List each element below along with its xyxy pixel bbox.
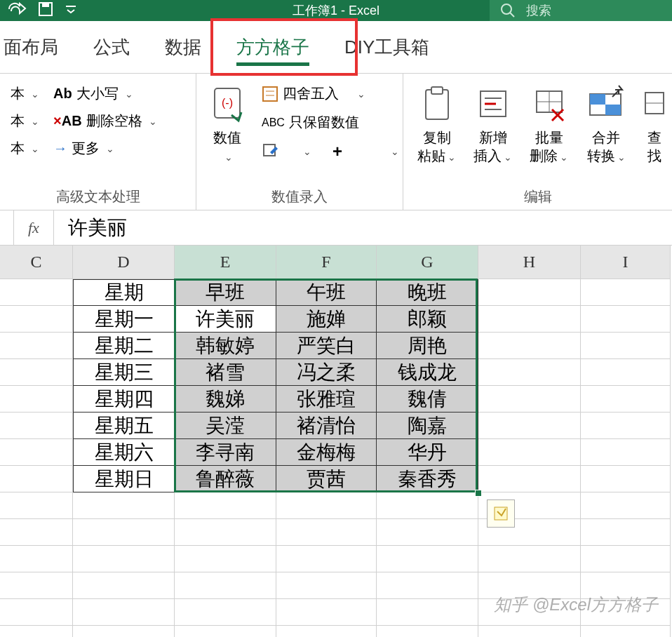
cell[interactable] <box>377 519 478 546</box>
cell[interactable] <box>0 306 73 333</box>
cell[interactable]: 午班 <box>276 279 377 306</box>
col-header-c[interactable]: C <box>0 246 73 279</box>
cell[interactable]: 秦香秀 <box>377 466 478 492</box>
find-button[interactable]: 查找 <box>637 81 665 168</box>
tab-formula[interactable]: 公式 <box>76 21 147 73</box>
cell[interactable] <box>0 546 73 572</box>
undo-icon[interactable] <box>7 2 27 19</box>
cell[interactable]: 星期日 <box>73 466 175 492</box>
col-header-e[interactable]: E <box>175 246 276 279</box>
cell[interactable] <box>478 359 581 386</box>
cell[interactable] <box>478 466 581 492</box>
cell[interactable] <box>581 333 671 359</box>
cell[interactable] <box>73 572 175 599</box>
fx-label[interactable]: fx <box>14 219 53 237</box>
cell[interactable] <box>0 572 73 599</box>
cell[interactable]: 星期一 <box>73 306 175 333</box>
cell[interactable] <box>377 546 478 572</box>
cell[interactable]: 陶嘉 <box>377 413 478 439</box>
cell[interactable] <box>73 599 175 626</box>
spreadsheet-grid[interactable]: C D E F G H I 星期早班午班晚班星期一许美丽施婵郎颖星期二韩敏婷严笑… <box>0 246 672 637</box>
cell[interactable] <box>0 386 73 413</box>
cell[interactable] <box>581 413 671 439</box>
cell[interactable] <box>478 279 581 306</box>
paste-options-icon[interactable] <box>487 499 515 528</box>
cell[interactable] <box>276 626 377 637</box>
copy-paste-button[interactable]: 复制粘贴⌄ <box>410 81 463 168</box>
cell[interactable] <box>478 626 581 637</box>
cell[interactable]: 钱成龙 <box>377 359 478 386</box>
cell[interactable] <box>0 279 73 306</box>
cell[interactable] <box>0 626 73 637</box>
case-button[interactable]: Ab 大小写⌄ <box>53 84 157 103</box>
cell[interactable] <box>377 626 478 637</box>
cell[interactable]: 星期 <box>73 279 175 306</box>
cell[interactable] <box>581 359 671 386</box>
cell[interactable] <box>0 492 73 519</box>
more-button[interactable]: → 更多⌄ <box>53 139 157 158</box>
cell[interactable] <box>276 546 377 572</box>
keep-numeric-button[interactable]: ABC 只保留数值 <box>262 113 399 132</box>
insert-button[interactable]: 新增插入⌄ <box>466 81 519 168</box>
cell[interactable] <box>276 572 377 599</box>
cell[interactable] <box>276 599 377 626</box>
tab-ffgz[interactable]: 方方格子 <box>219 21 327 73</box>
cell[interactable] <box>581 492 671 519</box>
cell[interactable]: 褚清怡 <box>276 413 377 439</box>
cell[interactable]: 华丹 <box>377 439 478 466</box>
cell[interactable]: 周艳 <box>377 333 478 359</box>
cell[interactable] <box>0 466 73 492</box>
numeric-button[interactable]: (-) 数值⌄ <box>203 81 251 168</box>
trim-spaces-button[interactable]: ×AB 删除空格⌄ <box>53 112 157 130</box>
col-header-d[interactable]: D <box>73 246 175 279</box>
cell[interactable]: 许美丽 <box>175 306 276 333</box>
tab-diy-toolbox[interactable]: DIY工具箱 <box>327 21 447 73</box>
cell[interactable] <box>0 413 73 439</box>
cell[interactable] <box>73 626 175 637</box>
cell[interactable]: 施婵 <box>276 306 377 333</box>
text-btn-2[interactable]: 本⌄ <box>11 112 39 130</box>
batch-delete-button[interactable]: 批量删除⌄ <box>523 81 575 168</box>
search-box[interactable]: 搜索 <box>490 0 672 21</box>
cell[interactable]: 贾茜 <box>276 466 377 492</box>
cell[interactable] <box>478 546 581 572</box>
cell[interactable] <box>478 439 581 466</box>
cell[interactable]: 冯之柔 <box>276 359 377 386</box>
cell[interactable] <box>581 279 671 306</box>
cell[interactable]: 李寻南 <box>175 439 276 466</box>
cell[interactable]: 魏倩 <box>377 386 478 413</box>
text-btn-1[interactable]: 本⌄ <box>11 84 39 103</box>
cell[interactable] <box>581 519 671 546</box>
cell[interactable] <box>73 519 175 546</box>
cell[interactable] <box>175 546 276 572</box>
cell[interactable]: 星期二 <box>73 333 175 359</box>
cell[interactable]: 星期三 <box>73 359 175 386</box>
cell[interactable] <box>581 439 671 466</box>
cell[interactable] <box>478 306 581 333</box>
customize-qat-icon[interactable] <box>65 4 77 17</box>
cell[interactable]: 星期六 <box>73 439 175 466</box>
cell[interactable]: 早班 <box>175 279 276 306</box>
cell[interactable] <box>175 519 276 546</box>
cell[interactable] <box>0 439 73 466</box>
cell[interactable] <box>581 306 671 333</box>
cell[interactable]: 褚雪 <box>175 359 276 386</box>
cell[interactable]: 金梅梅 <box>276 439 377 466</box>
cell[interactable]: 严笑白 <box>276 333 377 359</box>
cell[interactable] <box>581 466 671 492</box>
cell[interactable]: 星期四 <box>73 386 175 413</box>
cell[interactable]: 星期五 <box>73 413 175 439</box>
cell[interactable]: 吴滢 <box>175 413 276 439</box>
cell[interactable] <box>175 599 276 626</box>
col-header-h[interactable]: H <box>478 246 581 279</box>
cell[interactable] <box>478 333 581 359</box>
cell[interactable] <box>0 599 73 626</box>
cell[interactable]: 张雅瑄 <box>276 386 377 413</box>
edit-sub-button[interactable]: ⌄ + ⌄ <box>262 142 399 161</box>
plus-icon[interactable]: + <box>332 142 342 161</box>
col-header-i[interactable]: I <box>581 246 671 279</box>
formula-input[interactable]: 许美丽 <box>53 210 672 245</box>
cell[interactable] <box>581 546 671 572</box>
cell[interactable]: 魏娣 <box>175 386 276 413</box>
cell[interactable] <box>581 626 671 637</box>
